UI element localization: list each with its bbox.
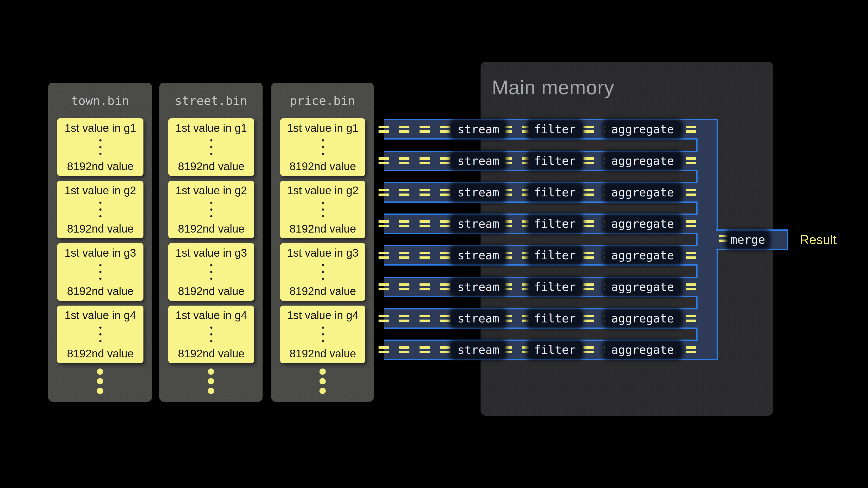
stream-operator-chip: stream — [452, 122, 505, 137]
pipeline-spine — [696, 119, 718, 360]
filter-operator-chip: filter — [528, 122, 581, 137]
pipeline-row-1: streamfilteraggregate — [384, 119, 696, 139]
ellipsis-dot — [322, 333, 324, 335]
more-groups-ellipsis-dot — [97, 368, 103, 375]
aggregate-operator-chip: aggregate — [605, 311, 680, 326]
pipeline-row-3: streamfilteraggregate — [384, 182, 696, 203]
block-last-value-label: 8192nd value — [57, 347, 144, 360]
more-groups-ellipsis-dot — [319, 378, 326, 384]
notch-right-cap — [696, 327, 698, 341]
file-column-town: town.bin1st value in g18192nd value1st v… — [48, 83, 152, 402]
ellipsis-dot — [322, 146, 324, 148]
block-first-value-label: 1st value in g4 — [280, 309, 365, 322]
ellipsis-dot — [210, 139, 212, 141]
ellipsis-dot — [210, 333, 212, 335]
block-last-value-label: 8192nd value — [168, 285, 254, 297]
more-groups-ellipsis-dot — [97, 378, 103, 384]
aggregate-operator-chip: aggregate — [605, 279, 680, 295]
ellipsis-dot — [210, 153, 212, 155]
stream-operator-chip: stream — [452, 279, 505, 295]
stream-operator-chip: stream — [452, 342, 505, 358]
filter-operator-chip: filter — [528, 185, 581, 200]
filter-operator-chip: filter — [528, 216, 581, 232]
file-column-street: street.bin1st value in g18192nd value1st… — [159, 83, 262, 402]
ellipsis-dot — [322, 271, 324, 273]
value-block-g1: 1st value in g18192nd value — [57, 118, 144, 176]
pipeline-comb: streamfilteraggregatestreamfilteraggrega… — [384, 119, 718, 360]
block-last-value-label: 8192nd value — [57, 285, 144, 297]
ellipsis-dot — [99, 208, 101, 210]
ellipsis-dot — [322, 278, 324, 280]
ellipsis-dot — [99, 271, 101, 273]
ellipsis-dot — [99, 202, 101, 204]
value-block-g2: 1st value in g28192nd value — [57, 181, 144, 238]
more-groups-ellipsis-dot — [319, 388, 326, 394]
stream-operator-chip: stream — [452, 216, 505, 232]
notch-right-cap — [696, 170, 698, 184]
ellipsis-dot — [99, 278, 101, 280]
value-block-g4: 1st value in g48192nd value — [280, 305, 365, 363]
ellipsis-dot — [99, 146, 101, 148]
block-first-value-label: 1st value in g2 — [280, 184, 365, 197]
merge-chip: merge — [727, 232, 768, 248]
notch-right-cap — [696, 264, 698, 278]
ellipsis-dot — [210, 146, 212, 148]
ellipsis-dot — [210, 208, 212, 210]
ellipsis-dot — [322, 139, 324, 141]
block-first-value-label: 1st value in g2 — [168, 184, 254, 197]
more-groups-ellipsis-dot — [208, 368, 214, 375]
value-block-g3: 1st value in g38192nd value — [280, 243, 365, 301]
ellipsis-dot — [99, 139, 101, 141]
value-block-g4: 1st value in g48192nd value — [168, 305, 254, 363]
stream-operator-chip: stream — [452, 248, 505, 263]
stream-operator-chip: stream — [452, 311, 505, 326]
block-last-value-label: 8192nd value — [57, 222, 144, 235]
ellipsis-dot — [210, 278, 212, 280]
ellipsis-dot — [322, 264, 324, 266]
block-last-value-label: 8192nd value — [57, 160, 144, 172]
ellipsis-dot — [322, 327, 324, 329]
ellipsis-dot — [210, 202, 212, 204]
ellipsis-dot — [210, 327, 212, 329]
aggregate-operator-chip: aggregate — [605, 342, 680, 358]
block-last-value-label: 8192nd value — [280, 222, 365, 235]
value-block-g3: 1st value in g38192nd value — [57, 243, 144, 301]
value-block-g2: 1st value in g28192nd value — [280, 181, 365, 238]
ellipsis-dot — [99, 264, 101, 266]
block-last-value-label: 8192nd value — [168, 347, 254, 360]
notch-right-cap — [696, 296, 698, 310]
block-first-value-label: 1st value in g4 — [57, 309, 144, 322]
value-block-g1: 1st value in g18192nd value — [168, 118, 254, 176]
block-first-value-label: 1st value in g1 — [168, 122, 254, 134]
filter-operator-chip: filter — [528, 248, 581, 263]
pipeline-row-2: streamfilteraggregate — [384, 151, 696, 171]
block-first-value-label: 1st value in g3 — [280, 247, 365, 259]
value-block-g4: 1st value in g48192nd value — [57, 305, 144, 363]
aggregate-operator-chip: aggregate — [605, 122, 680, 137]
stream-operator-chip: stream — [452, 185, 505, 200]
ellipsis-dot — [322, 208, 324, 210]
ellipsis-dot — [210, 264, 212, 266]
result-label: Result — [800, 232, 837, 247]
more-groups-ellipsis-dot — [319, 368, 326, 375]
block-last-value-label: 8192nd value — [168, 160, 254, 172]
block-first-value-label: 1st value in g1 — [280, 122, 365, 134]
stream-operator-chip: stream — [452, 153, 505, 169]
block-first-value-label: 1st value in g4 — [168, 309, 254, 322]
aggregate-operator-chip: aggregate — [605, 153, 680, 169]
block-first-value-label: 1st value in g1 — [57, 122, 144, 134]
more-groups-ellipsis-dot — [97, 388, 103, 394]
ellipsis-dot — [99, 333, 101, 335]
ellipsis-dot — [210, 271, 212, 273]
block-last-value-label: 8192nd value — [280, 347, 365, 360]
file-title: town.bin — [48, 94, 152, 107]
value-block-g1: 1st value in g18192nd value — [280, 118, 365, 176]
ellipsis-dot — [99, 340, 101, 342]
merge-bar: merge — [716, 229, 788, 250]
file-title: price.bin — [271, 94, 374, 107]
ellipsis-dot — [99, 215, 101, 217]
notch-right-cap — [696, 201, 698, 215]
filter-operator-chip: filter — [528, 342, 581, 358]
main-memory-title: Main memory — [492, 76, 614, 99]
ellipsis-dot — [99, 327, 101, 329]
